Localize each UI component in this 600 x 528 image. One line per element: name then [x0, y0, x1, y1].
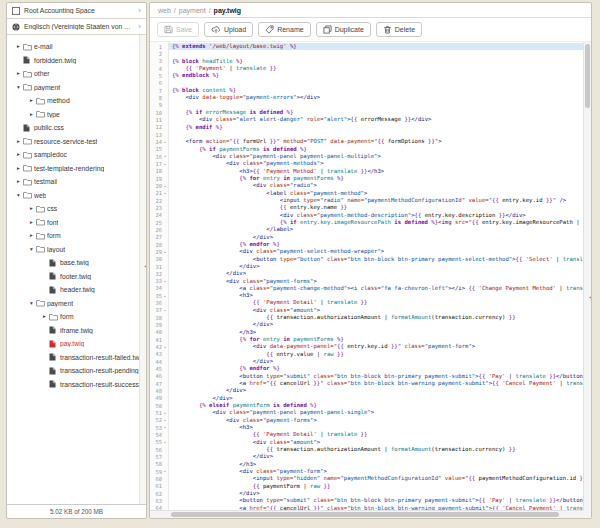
code-line-37[interactable]: <div class="amount"> [172, 307, 583, 314]
tree-item-payment[interactable]: ▾payment [7, 297, 146, 311]
code-line-52[interactable]: <div class="payment-forms"> [172, 417, 583, 424]
tree-item-forbidden.twig[interactable]: forbidden.twig [7, 54, 146, 68]
code-line-23[interactable]: {{ entry.key.name }} [172, 204, 583, 211]
tree-item-css[interactable]: ▸css [7, 202, 146, 216]
tree-item-transaction-result-pending.t...[interactable]: transaction-result-pending.t... [7, 364, 146, 378]
code-line-33[interactable]: <div class="payment-forms"> [172, 278, 583, 285]
horizontal-scrollbar-thumb[interactable] [171, 512, 559, 517]
code-line-7[interactable]: {% block content %} [172, 87, 583, 94]
code-line-36[interactable]: {{ 'Payment Detail' | translate }} [172, 299, 583, 306]
code-line-62[interactable]: </div> [172, 490, 583, 497]
code-line-3[interactable]: {% block headTitle %} [172, 58, 583, 65]
chevron-right-icon[interactable]: ▸ [27, 220, 36, 226]
collapse-sidebar-handle[interactable]: ◂ [144, 263, 146, 269]
code-line-61[interactable]: {{ paymentForm | raw }} [172, 483, 583, 490]
language-selector[interactable]: Englisch (Vereinigte Staaten von Ame... … [7, 19, 146, 35]
code-line-49[interactable]: </div> [172, 395, 583, 402]
tree-item-type[interactable]: ▸type [7, 108, 146, 122]
code-line-1[interactable]: {% extends '/web/layout/base.twig' %} [169, 43, 583, 50]
code-line-18[interactable]: <h3>{{ 'Payment Method' | translate }}</… [172, 168, 583, 175]
chevron-right-icon[interactable]: ▸ [14, 139, 23, 145]
chevron-right-icon[interactable]: ▸ [14, 166, 23, 172]
fold-marker-icon[interactable]: - [163, 249, 168, 256]
tree-item-sampledoc[interactable]: ▸sampledoc [7, 148, 146, 162]
fold-marker-icon[interactable]: - [163, 468, 168, 475]
code-line-12[interactable]: {% endif %} [172, 124, 583, 131]
breadcrumb-web[interactable]: web [158, 7, 171, 14]
chevron-down-icon[interactable]: ▾ [14, 85, 23, 91]
breadcrumb-payment[interactable]: payment [179, 7, 206, 14]
code-line-47[interactable]: <a href="{{ cancelUrl }}" class="btn btn… [172, 380, 583, 387]
tree-item-e-mail[interactable]: ▸e-mail [7, 40, 146, 54]
fold-marker-icon[interactable]: - [163, 190, 168, 197]
fold-marker-icon[interactable]: - [163, 139, 168, 146]
tree-item-other[interactable]: ▸other [7, 67, 146, 81]
code-line-43[interactable]: {{ entry.value | raw }} [172, 351, 583, 358]
code-line-45[interactable]: {% endfor %} [172, 365, 583, 372]
code-line-56[interactable]: {{ transaction.authorizationAmount | for… [172, 446, 583, 453]
code-line-24[interactable]: <div class="payment-method-description">… [172, 212, 583, 219]
fold-marker-icon[interactable]: - [163, 344, 168, 351]
fold-marker-icon[interactable]: - [163, 307, 168, 314]
fold-marker-icon[interactable]: - [163, 161, 168, 168]
chevron-right-icon[interactable]: ▸ [14, 71, 23, 77]
code-line-25[interactable]: {% if entry.key.imageResourcePath is def… [172, 219, 583, 226]
code-line-28[interactable]: {% endfor %} [172, 241, 583, 248]
delete-button[interactable]: Delete [376, 22, 422, 37]
code-line-46[interactable]: <button type="submit" class="btn btn-blo… [172, 373, 583, 380]
chevron-right-icon[interactable]: ▸ [27, 206, 36, 212]
fold-marker-icon[interactable]: - [163, 153, 168, 160]
code-line-39[interactable]: </div> [172, 321, 583, 328]
horizontal-scrollbar[interactable] [150, 510, 583, 518]
code-line-4[interactable]: {{ 'Payment' | translate }} [172, 65, 583, 72]
tree-item-header.twig[interactable]: header.twig [7, 283, 146, 297]
code-line-57[interactable]: </div> [172, 453, 583, 460]
chevron-down-icon[interactable]: ▾ [27, 301, 36, 307]
code-line-40[interactable]: </h3> [172, 329, 583, 336]
code-line-15[interactable]: {% if paymentForms is defined %} [172, 146, 583, 153]
code-line-34[interactable]: <a class="payment-change-method"><i clas… [172, 285, 583, 292]
tree-item-font[interactable]: ▸font [7, 216, 146, 230]
code-line-10[interactable]: {% if errorMessage is defined %} [172, 109, 583, 116]
tree-item-layout[interactable]: ▾layout [7, 243, 146, 257]
code-line-5[interactable]: {% endblock %} [172, 72, 583, 79]
code-content[interactable]: {% extends '/web/layout/base.twig' %}{% … [169, 42, 591, 518]
code-line-29[interactable]: <div class="payment-select-method-wrappe… [172, 248, 583, 255]
fold-marker-icon[interactable]: - [163, 293, 168, 300]
tree-item-transaction-result-failed.twig[interactable]: transaction-result-failed.twig [7, 351, 146, 365]
save-button[interactable]: Save [157, 22, 199, 37]
tree-item-payment[interactable]: ▾payment [7, 81, 146, 95]
code-line-50[interactable]: {% elseif paymentForm is defined %} [172, 402, 583, 409]
chevron-right-icon[interactable]: ▸ [27, 98, 36, 104]
sidebar-scrollbar[interactable]: ◂ [139, 35, 146, 504]
chevron-right-icon[interactable]: ▸ [14, 44, 23, 50]
code-line-13[interactable] [172, 131, 583, 138]
tree-item-method[interactable]: ▸method [7, 94, 146, 108]
tree-item-iframe.twig[interactable]: iframe.twig [7, 324, 146, 338]
tree-item-web[interactable]: ▾web [7, 189, 146, 203]
code-line-2[interactable] [172, 50, 583, 57]
collapse-right-handle[interactable]: ◂ [588, 294, 591, 300]
chevron-right-icon[interactable]: ▸ [14, 152, 23, 158]
chevron-right-icon[interactable]: ▸ [27, 112, 36, 118]
code-line-55[interactable]: <div class="amount"> [172, 439, 583, 446]
fold-marker-icon[interactable]: - [163, 424, 168, 431]
code-line-38[interactable]: {{ transaction.authorizationAmount | for… [172, 314, 583, 321]
code-line-14[interactable]: <form action="{{ formUrl }}" method="POS… [172, 138, 583, 145]
code-line-42[interactable]: <div data-payment-panel="{{ entry.key.id… [172, 343, 583, 350]
tree-item-base.twig[interactable]: base.twig [7, 256, 146, 270]
chevron-right-icon[interactable]: ▸ [40, 314, 49, 320]
code-line-16[interactable]: <div class="payment-panel payment-panel-… [172, 153, 583, 160]
code-line-54[interactable]: {{ 'Payment Detail' | translate }} [172, 431, 583, 438]
tree-item-form[interactable]: ▸form [7, 229, 146, 243]
upload-button[interactable]: Upload [204, 22, 253, 37]
tree-item-footer.twig[interactable]: footer.twig [7, 270, 146, 284]
tree-item-transaction-result-successfu...[interactable]: transaction-result-successfu... [7, 378, 146, 392]
vertical-scrollbar[interactable] [583, 42, 591, 510]
code-line-48[interactable]: </div> [172, 387, 583, 394]
chevron-right-icon[interactable]: ▸ [14, 179, 23, 185]
duplicate-button[interactable]: Duplicate [316, 22, 371, 37]
code-line-8[interactable]: <div data-toggle="payment-errors"></div> [172, 94, 583, 101]
code-line-6[interactable] [172, 80, 583, 87]
code-line-31[interactable]: </div> [172, 263, 583, 270]
